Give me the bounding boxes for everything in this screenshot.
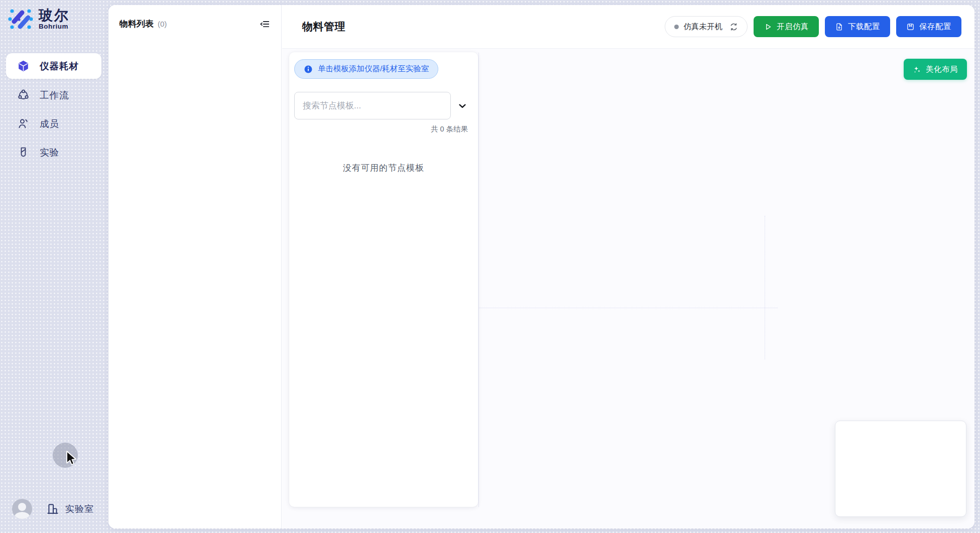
canvas-guide-line xyxy=(478,53,479,507)
experiment-icon xyxy=(17,146,30,159)
search-template-input[interactable] xyxy=(294,92,451,119)
page-header: 物料管理 仿真未开机 开启仿真 xyxy=(282,5,974,49)
start-simulation-label: 开启仿真 xyxy=(777,22,809,32)
canvas-guide-line xyxy=(765,216,765,359)
start-simulation-button[interactable]: 开启仿真 xyxy=(754,16,819,37)
info-banner: 单击模板添加仪器/耗材至实验室 xyxy=(294,59,438,79)
play-icon xyxy=(764,23,772,31)
sidebar-item-workflow[interactable]: 工作流 xyxy=(6,82,101,108)
info-icon xyxy=(304,65,313,74)
simulation-status-badge: 仿真未开机 xyxy=(665,16,748,37)
node-template-panel: 单击模板添加仪器/耗材至实验室 共 0 条结果 没有可用的节点模板 xyxy=(289,52,478,507)
sidebar-item-label: 工作流 xyxy=(40,89,69,101)
save-icon xyxy=(906,23,915,31)
minimap[interactable] xyxy=(835,421,966,517)
collapse-panel-icon[interactable] xyxy=(259,19,270,30)
sidebar-item-label: 仪器耗材 xyxy=(40,60,79,72)
members-icon xyxy=(17,117,30,130)
status-dot-icon xyxy=(674,25,679,29)
download-config-button[interactable]: 下载配置 xyxy=(825,16,890,37)
refresh-icon[interactable] xyxy=(729,23,738,31)
brand-logo: 玻尔 Bohrium xyxy=(8,6,70,32)
lab-label: 实验室 xyxy=(65,503,94,515)
info-banner-text: 单击模板添加仪器/耗材至实验室 xyxy=(318,64,429,74)
material-list-panel: 物料列表 (0) xyxy=(108,5,282,528)
sidebar-item-label: 成员 xyxy=(40,117,59,130)
download-config-label: 下载配置 xyxy=(848,22,880,32)
sidebar-item-lab[interactable]: 实验室 xyxy=(46,502,94,515)
save-config-label: 保存配置 xyxy=(919,22,951,32)
sidebar-item-experiments[interactable]: 实验 xyxy=(6,140,101,165)
page-title: 物料管理 xyxy=(302,20,345,34)
content-window: 物料列表 (0) 物料管理 仿真未开机 xyxy=(108,5,974,528)
sidebar-item-instruments[interactable]: 仪器耗材 xyxy=(6,53,101,79)
sparkles-icon xyxy=(913,65,921,74)
chevron-down-icon[interactable] xyxy=(457,100,468,111)
building-icon xyxy=(46,502,59,515)
mouse-cursor-icon xyxy=(63,450,78,467)
beautify-layout-label: 美化布局 xyxy=(926,64,958,75)
canvas-guide-line xyxy=(478,308,778,308)
beautify-layout-button[interactable]: 美化布局 xyxy=(904,59,967,80)
sidebar-item-label: 实验 xyxy=(40,146,59,159)
bohrium-logo-icon xyxy=(8,6,34,32)
material-list-title: 物料列表 xyxy=(119,18,154,30)
file-download-icon xyxy=(835,23,843,31)
brand-name-en: Bohrium xyxy=(39,23,70,30)
empty-state-text: 没有可用的节点模板 xyxy=(289,162,478,174)
brand-name-zh: 玻尔 xyxy=(39,8,70,23)
result-count: 共 0 条结果 xyxy=(289,124,468,134)
save-config-button[interactable]: 保存配置 xyxy=(896,16,961,37)
status-label: 仿真未开机 xyxy=(684,22,723,32)
cube-icon xyxy=(17,60,30,72)
workflow-icon xyxy=(17,89,30,101)
user-avatar[interactable] xyxy=(12,499,32,519)
layout-canvas[interactable]: 单击模板添加仪器/耗材至实验室 共 0 条结果 没有可用的节点模板 xyxy=(282,49,974,528)
sidebar-item-members[interactable]: 成员 xyxy=(6,111,101,137)
material-list-count: (0) xyxy=(158,20,167,28)
